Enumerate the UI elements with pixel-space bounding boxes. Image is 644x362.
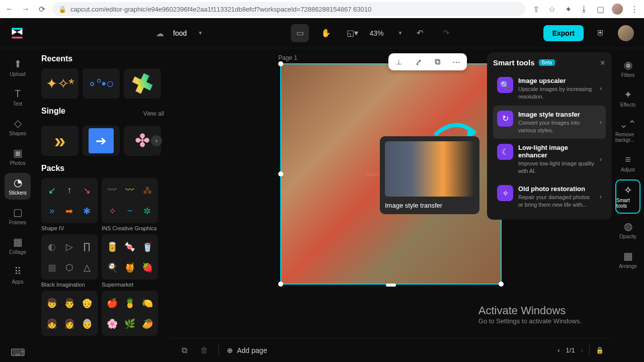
recent-sticker[interactable]: ✦✧* xyxy=(41,68,78,99)
nav-forward-icon[interactable]: → xyxy=(21,5,30,14)
single-heading: Single xyxy=(41,107,65,116)
trash-icon[interactable]: 🗑 xyxy=(198,344,210,356)
rr-opacity[interactable]: ◍Opacity xyxy=(615,217,640,243)
rail-text[interactable]: TText xyxy=(5,84,31,111)
rr-filters[interactable]: ◉Filters xyxy=(615,55,640,82)
arrange-icon: ▦ xyxy=(623,250,633,261)
zoom-chevron-icon[interactable]: ▼ xyxy=(397,30,403,36)
pack-fruits[interactable]: 🍎🍍🍋🌸🌿🥭 xyxy=(102,291,158,336)
recent-sticker[interactable] xyxy=(124,68,161,99)
rr-smart-tools[interactable]: ✧Smart tools xyxy=(615,179,640,214)
share-icon[interactable]: ⇪ xyxy=(531,5,540,14)
zoom-readout[interactable]: 43% xyxy=(369,29,383,37)
extensions-icon[interactable]: ✦ xyxy=(564,5,573,14)
packs-heading: Packs xyxy=(41,164,164,173)
filters-icon: ◉ xyxy=(624,59,632,70)
recents-heading: Recents xyxy=(41,54,164,63)
pages-icon[interactable]: ⧉ xyxy=(178,344,190,356)
more-icon[interactable]: ⋯ xyxy=(451,56,462,67)
rr-remove-bg[interactable]: ⌄⌃Remove backgr... xyxy=(615,115,640,147)
lock-page-icon[interactable]: 🔒 xyxy=(596,346,604,354)
hand-tool-icon[interactable]: ✋ xyxy=(317,24,335,42)
kebab-icon[interactable]: ⋮ xyxy=(630,5,639,14)
rail-shapes[interactable]: ◇Shapes xyxy=(5,114,31,140)
shield-icon[interactable]: ⛨ xyxy=(592,24,610,42)
crop-icon[interactable]: ⟂ xyxy=(393,56,405,67)
rail-photos[interactable]: ▣Photos xyxy=(5,143,31,170)
export-button[interactable]: Export xyxy=(543,25,584,41)
view-all-link[interactable]: View all xyxy=(143,110,164,117)
canvas-area[interactable]: Page 1 bruschetta on napkin ⟂ ⤤ ⧉ ⋯ xyxy=(170,48,612,362)
rail-apps[interactable]: ⠿Apps xyxy=(5,262,31,289)
next-page-icon: › xyxy=(581,346,583,354)
pack-supermarket[interactable]: 🥫🍬🥤🍳🍯🍓 Supermarket xyxy=(102,234,158,288)
floating-toolbar: ⟂ ⤤ ⧉ ⋯ xyxy=(388,53,467,70)
adjust-icon: ≡ xyxy=(625,154,631,165)
pack-ins[interactable]: 〰〰⁂✧~✲ INS Creative Graphics xyxy=(102,178,158,231)
user-avatar[interactable] xyxy=(618,25,634,41)
lock-icon: 🔒 xyxy=(58,6,66,13)
effects-icon: ✦ xyxy=(624,89,632,100)
document-name[interactable]: food xyxy=(173,29,187,37)
stickers-panel: Recents ✦✧* ∘°•○ Single View all » ➔ ✤ ›… xyxy=(35,48,170,362)
prev-page-icon[interactable]: ‹ xyxy=(557,346,559,354)
pack-black[interactable]: ◐▷∏▩⬡△ Black Imagination xyxy=(41,234,98,288)
selection-handle[interactable] xyxy=(278,171,283,176)
selection-handle[interactable] xyxy=(386,284,396,287)
rail-stickers[interactable]: ◔Stickers xyxy=(5,173,31,200)
tab-icon[interactable]: ▢ xyxy=(596,5,605,14)
undo-icon[interactable]: ↶ xyxy=(411,24,429,42)
chevron-right-icon: › xyxy=(600,119,602,126)
star-icon[interactable]: ☆ xyxy=(547,5,556,14)
chevron-down-icon[interactable]: ▼ xyxy=(198,30,203,36)
profile-avatar-icon[interactable] xyxy=(612,4,623,15)
single-sticker[interactable]: ➔ xyxy=(83,126,120,156)
rail-upload[interactable]: ⬆Upload xyxy=(5,54,31,81)
smart-tools-title: Smart tools xyxy=(493,58,535,67)
select-tool-icon[interactable]: ▭ xyxy=(291,24,309,42)
selection-handle[interactable] xyxy=(278,61,283,66)
pack-shape4[interactable]: ↙↑↘»➡✱ Shape IV xyxy=(41,178,98,231)
selection-handle[interactable] xyxy=(499,282,504,287)
rail-collage[interactable]: ▦Collage xyxy=(5,232,31,259)
smart-tools-panel: Smart tools Beta ✕ 🔍 Image upscalerUpsca… xyxy=(487,52,612,220)
rr-adjust[interactable]: ≡Adjust xyxy=(615,150,640,176)
collage-icon: ▦ xyxy=(13,236,23,247)
browser-chrome-bar: ← → ⟳ 🔒 capcut.com/editor-graphic/e94e96… xyxy=(0,0,644,18)
nav-reload-icon[interactable]: ⟳ xyxy=(37,5,46,14)
smart-item-style-transfer[interactable]: ↻ Image style transferConvert your image… xyxy=(493,106,606,139)
tooltip-label: Image style transfer xyxy=(385,202,474,209)
bottom-bar: ⧉ 🗑 ⊕ Add page ‹ 1/1 › 🔒 xyxy=(170,338,612,362)
upscaler-icon: 🔍 xyxy=(497,77,513,93)
text-icon: T xyxy=(15,88,21,99)
recent-sticker[interactable]: ∘°•○ xyxy=(83,68,120,99)
url-text: capcut.com/editor-graphic/e94e9602396f4e… xyxy=(70,6,371,13)
smart-item-lowlight[interactable]: ☾ Low-light image enhancerImprove low-li… xyxy=(493,139,606,180)
add-page-button[interactable]: ⊕ Add page xyxy=(227,346,267,354)
close-icon[interactable]: ✕ xyxy=(600,59,606,67)
capcut-logo[interactable] xyxy=(10,26,24,40)
app-topbar: ☁ food ▼ ▭ ✋ ◱▾ 43% ▼ ↶ ↷ Export ⛨ xyxy=(0,18,644,48)
pack-avatars[interactable]: 👦👨👴👧👩👵 xyxy=(41,291,98,336)
single-sticker[interactable]: » xyxy=(41,126,78,156)
carousel-next-icon[interactable]: › xyxy=(151,135,162,146)
tooltip-preview-image xyxy=(385,141,474,197)
download-icon[interactable]: ⭳ xyxy=(580,5,589,14)
smart-item-restoration[interactable]: ✧ Old photo restorationRepair your damag… xyxy=(493,180,606,214)
rail-keyboard[interactable]: ⌨ xyxy=(5,343,31,362)
selection-handle[interactable] xyxy=(278,282,283,287)
replace-icon[interactable]: ⤤ xyxy=(413,56,424,67)
rr-arrange[interactable]: ▦Arrange xyxy=(615,246,640,273)
apps-icon: ⠿ xyxy=(14,266,22,277)
url-bar[interactable]: 🔒 capcut.com/editor-graphic/e94e9602396f… xyxy=(52,2,525,16)
rail-frames[interactable]: ▢Frames xyxy=(5,203,31,229)
nav-back-icon[interactable]: ← xyxy=(5,5,14,14)
page-label: Page 1 xyxy=(278,54,297,61)
rr-effects[interactable]: ✦Effects xyxy=(615,85,640,112)
smart-item-upscaler[interactable]: 🔍 Image upscalerUpscale images by increa… xyxy=(493,72,606,106)
chevron-right-icon: › xyxy=(600,85,602,92)
duplicate-icon[interactable]: ⧉ xyxy=(432,56,443,67)
cloud-icon[interactable]: ☁ xyxy=(156,29,165,38)
crop-tool-icon[interactable]: ◱▾ xyxy=(343,24,361,42)
beta-badge: Beta xyxy=(539,59,555,66)
